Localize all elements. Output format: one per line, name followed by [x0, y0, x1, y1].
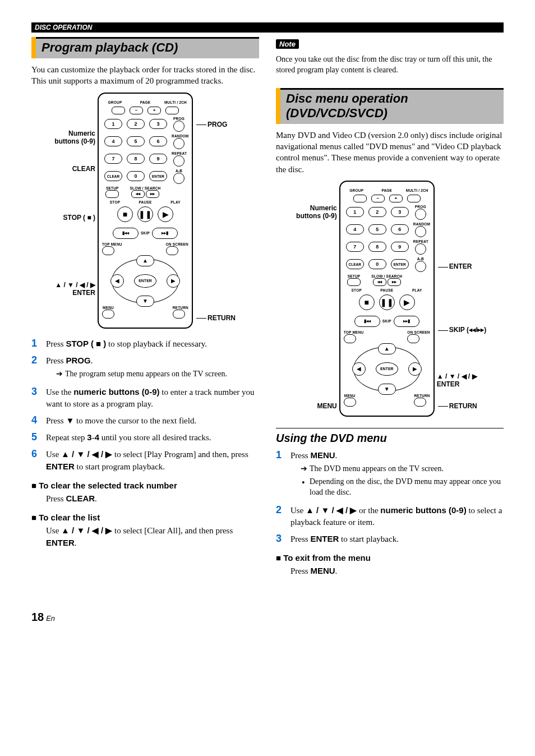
skip-next-button[interactable]: ▸▸▮	[152, 228, 178, 239]
dpad-right-button[interactable]: ▶	[167, 274, 180, 288]
num-4-button[interactable]: 4	[104, 136, 122, 146]
r2-repeat-button[interactable]	[415, 243, 426, 255]
num-5-button[interactable]: 5	[127, 136, 145, 146]
r2-num-9-button[interactable]: 9	[391, 242, 409, 252]
skip-prev-button[interactable]: ▮◂◂	[113, 228, 139, 239]
left-column: Program playback (CD) You can customize …	[31, 37, 259, 577]
r2-num-1-button[interactable]: 1	[346, 207, 364, 217]
menu-button[interactable]	[102, 310, 114, 319]
r2-ab-button[interactable]	[415, 261, 426, 272]
dpad-left-button[interactable]: ◀	[110, 274, 124, 288]
header-section-label: DISC OPERATION	[35, 24, 92, 31]
r2-page-minus-button[interactable]: −	[371, 195, 385, 202]
r2-prog-button[interactable]	[415, 209, 426, 220]
tiny-ab: A-B	[172, 169, 186, 173]
num-0-button[interactable]: 0	[127, 171, 145, 181]
remote1-left-callouts: Numeric buttons (0-9) CLEAR STOP ( ■ ) ▲…	[49, 93, 98, 329]
r2-on-screen-button[interactable]	[407, 334, 419, 343]
r2-num-7-button[interactable]: 7	[346, 242, 364, 252]
tiny-random: RANDOM	[172, 134, 186, 138]
r2-skip-next-button[interactable]: ▸▸▮	[394, 316, 419, 327]
setup-button[interactable]	[105, 190, 119, 198]
r2-page-plus-button[interactable]: +	[389, 195, 403, 202]
section-title-program-playback: Program playback (CD)	[31, 37, 259, 58]
remote2-body: GROUP PAGE MULTI / 2CH − + 1 2	[339, 181, 435, 417]
r2-dpad: ▲ ▼ ◀ ▶ ENTER	[353, 347, 421, 391]
r2-return-button[interactable]	[414, 398, 426, 407]
page-minus-button[interactable]: −	[130, 107, 143, 114]
page-plus-button[interactable]: +	[147, 107, 161, 114]
step-6: Use ▲ / ▼ / ◀ / ▶ to select [Play Progra…	[31, 448, 259, 473]
r2-num-2-button[interactable]: 2	[368, 207, 386, 217]
r2-num-3-button[interactable]: 3	[391, 207, 409, 217]
r2-skip-prev-button[interactable]: ▮◂◂	[354, 316, 380, 327]
dpad-down-button[interactable]: ▼	[136, 296, 154, 307]
repeat-button[interactable]	[173, 155, 185, 167]
r2-slow-fwd-button[interactable]: ▸▸	[388, 278, 401, 286]
enter-small-button[interactable]: ENTER	[149, 171, 167, 181]
group-button[interactable]	[112, 107, 125, 114]
remote1-right-callouts: PROG RETURN	[193, 93, 241, 329]
dpad-enter-button[interactable]: ENTER	[134, 274, 156, 288]
pause-button[interactable]: ❚❚	[137, 206, 153, 222]
slow-fwd-button[interactable]: ▸▸	[146, 190, 159, 198]
note-body: Once you take out the disc from the disc…	[276, 54, 504, 76]
remote2-right-callouts: ENTER SKIP (◂◂/▸▸) ▲ / ▼ / ◀ / ▶ ENTER R…	[435, 181, 488, 417]
r2-enter-small-button[interactable]: ENTER	[391, 259, 409, 269]
stop-button[interactable]: ■	[117, 206, 133, 222]
r2-play-button[interactable]: ▶	[399, 294, 415, 310]
prog-button[interactable]	[173, 121, 185, 132]
callout2-enter: ENTER	[437, 262, 486, 270]
num-9-button[interactable]: 9	[149, 154, 167, 164]
play-button[interactable]: ▶	[158, 206, 173, 222]
slow-rew-button[interactable]: ◂◂	[131, 190, 145, 198]
r2-slow-rew-button[interactable]: ◂◂	[373, 278, 386, 286]
num-8-button[interactable]: 8	[127, 154, 145, 164]
r2-dpad-up-button[interactable]: ▲	[378, 343, 396, 354]
r2-multi-button[interactable]	[407, 195, 421, 202]
r2-pause-button[interactable]: ❚❚	[379, 294, 395, 310]
num-2-button[interactable]: 2	[127, 119, 145, 129]
dvd-step-1: Press MENU. The DVD menu appears on the …	[276, 449, 504, 500]
r2-num-8-button[interactable]: 8	[368, 242, 386, 252]
clear-track-title: To clear the selected track number	[31, 481, 259, 490]
r2-menu-button[interactable]	[344, 398, 356, 407]
down-arrow-glyph: ▼	[66, 416, 74, 425]
remote-diagram-1: Numeric buttons (0-9) CLEAR STOP ( ■ ) ▲…	[31, 93, 259, 329]
callout2-skip: SKIP (◂◂/▸▸)	[437, 326, 486, 334]
r2-num-0-button[interactable]: 0	[368, 259, 386, 269]
r2-num-4-button[interactable]: 4	[346, 224, 364, 234]
r2-dpad-right-button[interactable]: ▶	[408, 362, 422, 376]
r2-dpad-enter-button[interactable]: ENTER	[376, 362, 398, 376]
num-7-button[interactable]: 7	[104, 154, 122, 164]
r2-clear-button[interactable]: CLEAR	[346, 259, 364, 269]
callout2-return: RETURN	[437, 402, 486, 410]
num-6-button[interactable]: 6	[149, 136, 167, 146]
r2-group-button[interactable]	[353, 195, 367, 202]
exit-menu-body: Press MENU.	[290, 565, 504, 577]
dpad-up-button[interactable]: ▲	[136, 255, 154, 266]
num-1-button[interactable]: 1	[104, 119, 122, 129]
on-screen-button[interactable]	[166, 246, 178, 255]
num-3-button[interactable]: 3	[149, 119, 167, 129]
top-menu-button[interactable]	[102, 246, 114, 255]
multi-button[interactable]	[165, 107, 179, 114]
r2-random-button[interactable]	[415, 226, 426, 237]
r2-num-6-button[interactable]: 6	[391, 224, 409, 234]
dvd-step-3: Press ENTER to start playback.	[276, 533, 504, 545]
r2-top-menu-button[interactable]	[344, 334, 356, 343]
random-button[interactable]	[173, 138, 185, 149]
tiny-slow: SLOW / SEARCH	[125, 186, 166, 190]
return-button[interactable]	[173, 310, 185, 319]
page-footer: 18 En	[31, 611, 504, 624]
r2-stop-button[interactable]: ■	[359, 294, 375, 310]
tiny-repeat: REPEAT	[172, 151, 186, 155]
ab-button[interactable]	[173, 173, 185, 184]
r2-dpad-left-button[interactable]: ◀	[352, 362, 366, 376]
disc-menu-title-text: Disc menu operation (DVD/VCD/SVCD)	[286, 91, 499, 121]
r2-setup-button[interactable]	[347, 278, 361, 286]
r2-num-5-button[interactable]: 5	[368, 224, 386, 234]
r2-dpad-down-button[interactable]: ▼	[378, 384, 396, 395]
clear-button[interactable]: CLEAR	[104, 171, 122, 181]
dvd-step-1-sub1: The DVD menu appears on the TV screen.	[301, 464, 504, 474]
